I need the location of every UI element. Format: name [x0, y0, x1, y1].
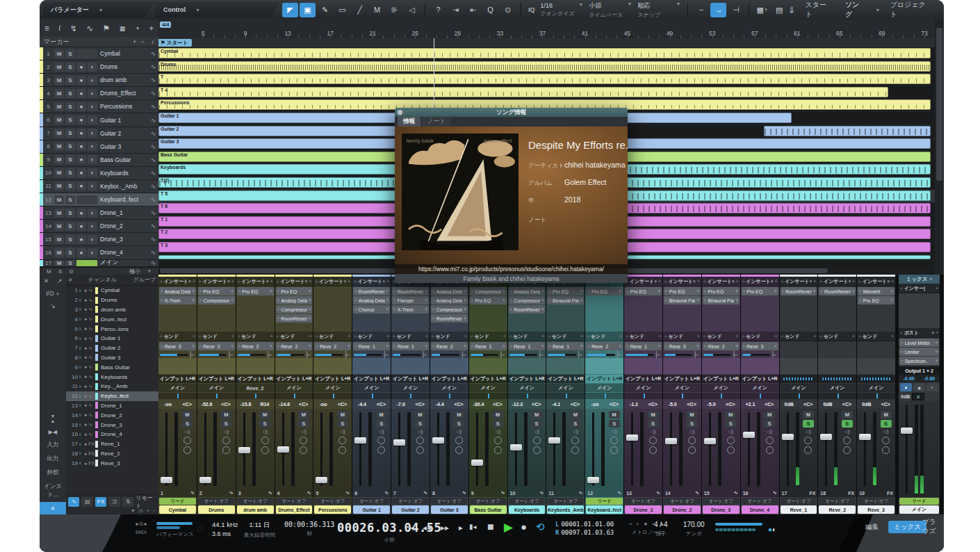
mixer-strip[interactable]: ○インサート▾ +○Compressor▾○Pro EQ▾○センド+○Reve_… [469, 275, 507, 514]
loop-button[interactable]: ⟲ [536, 521, 545, 533]
power-icon[interactable]: ○ [277, 334, 279, 339]
power-icon[interactable]: ○ [354, 334, 357, 339]
add-insert-button[interactable]: ▾ + [188, 279, 195, 284]
monitor-speaker-icon[interactable]: ◁) [534, 429, 539, 435]
power-icon[interactable]: ○ [277, 289, 280, 293]
inserts-header[interactable]: ○インサート▾ + [275, 277, 313, 286]
mute-button[interactable]: M [54, 49, 64, 58]
input-route[interactable]: インプット L+R [702, 375, 740, 383]
volume-value[interactable]: -15.8 [236, 402, 255, 407]
quantize-button[interactable]: Q [482, 3, 498, 17]
strip-name[interactable]: Cymbal [159, 505, 196, 514]
mute-button[interactable]: M [54, 235, 64, 244]
add-channel-button[interactable]: + [147, 508, 149, 514]
input-route[interactable] [818, 375, 856, 383]
add-insert-button[interactable]: ▾ + [383, 279, 390, 284]
output-route[interactable]: メイン [741, 384, 779, 392]
send-level-track[interactable] [471, 354, 499, 356]
output-route[interactable]: メイン [857, 384, 895, 392]
automation-icon[interactable]: ∿ [149, 260, 158, 267]
monitor-speaker-icon[interactable]: ◁) [806, 429, 811, 435]
global-solo-button[interactable]: S [58, 268, 62, 275]
insert-slot[interactable]: ○Flanger▾ [392, 296, 429, 305]
fader[interactable] [510, 411, 522, 487]
insert-slot[interactable]: ○X-Trem▾ [392, 305, 429, 314]
music-note-icon[interactable]: ♪ [152, 38, 155, 45]
mono-button[interactable]: ▲ [900, 383, 912, 391]
solo-button[interactable]: S [259, 420, 270, 428]
add-insert-button[interactable]: ▾ + [771, 279, 778, 284]
close-icon[interactable]: ✕ [44, 277, 49, 284]
arrow-tool[interactable]: ◤ [282, 3, 298, 17]
strip-name[interactable]: Drone_2 [664, 505, 701, 514]
send-level-track[interactable] [393, 354, 421, 356]
mute-button[interactable]: M [54, 129, 64, 138]
strip-name[interactable]: drum amb [237, 505, 274, 514]
fader-handle[interactable] [432, 437, 444, 444]
monitor-button[interactable]: ◐ [88, 129, 97, 138]
gain-knob[interactable] [649, 446, 657, 454]
clip[interactable]: Drums [158, 61, 931, 72]
pan-control[interactable] [857, 393, 895, 399]
monitor-speaker-icon[interactable]: ◁) [844, 429, 850, 435]
solo-button[interactable]: S [376, 420, 387, 428]
mute-tool[interactable]: M [369, 3, 385, 17]
power-icon[interactable]: ○ [742, 279, 745, 284]
clip[interactable] [612, 164, 931, 174]
gain-knob[interactable] [571, 446, 579, 454]
page-start-button[interactable]: スタート [802, 0, 835, 22]
tab-note[interactable]: ノート [422, 117, 451, 127]
send-level-track[interactable] [432, 354, 460, 356]
pan-control[interactable] [236, 393, 275, 399]
fader-handle[interactable] [782, 434, 794, 440]
mute-button[interactable]: M [54, 222, 64, 231]
album-value[interactable]: Golem Effect [564, 178, 607, 186]
solo-button[interactable]: S [65, 222, 75, 231]
solo-button[interactable]: S [881, 420, 892, 428]
record-arm-button[interactable]: ● [76, 115, 86, 124]
record-arm-button[interactable]: ● [76, 181, 86, 190]
bend-tool[interactable]: ⊪ [386, 3, 402, 17]
power-icon[interactable]: ○ [626, 289, 629, 293]
gain-knob[interactable] [494, 446, 502, 454]
track-row[interactable]: 13MS●◐Drone_1∿ [40, 206, 158, 220]
add-insert-button[interactable]: ▾ + [344, 279, 351, 284]
mixer-strip[interactable]: ○インサート▾ +○RoomReverb▾○センド+メイン0dB<C>MS◁)1… [818, 275, 856, 514]
automation-icon[interactable]: ∿ [86, 24, 93, 33]
mute-button[interactable]: M [54, 142, 64, 151]
power-icon[interactable]: ○ [160, 279, 163, 284]
sends-header[interactable]: ○センド+ [275, 332, 313, 341]
clip[interactable]: T [158, 74, 931, 84]
cue-knob[interactable] [377, 437, 385, 444]
track-lane[interactable]: Cymbal [158, 47, 935, 60]
send-level-track[interactable] [238, 354, 266, 356]
power-icon[interactable]: ○ [199, 334, 202, 339]
power-icon[interactable]: ○ [819, 334, 822, 339]
power-icon[interactable]: ○ [199, 298, 202, 302]
snap-end-button[interactable]: ⊣ [728, 3, 744, 17]
mixer-strip[interactable]: ○インサート▾ +○Pro EQ▾○センド+○Reve_2▾⊦インプット L+R… [236, 275, 275, 514]
insert-slot[interactable]: ○Pro EQ▾ [742, 287, 778, 295]
browse-view-button[interactable]: ブラウズ [917, 521, 944, 533]
monitor-speaker-icon[interactable]: ◁) [612, 429, 617, 435]
sends-header[interactable]: ○センド+ [158, 332, 197, 341]
pan-value[interactable]: <C> [876, 402, 895, 407]
monitor-speaker-icon[interactable]: ◁) [689, 429, 695, 435]
sends-header[interactable]: ○センド+ [236, 332, 275, 341]
track-row[interactable]: 15MS●◐Drone_3∿ [40, 233, 158, 246]
remote-button[interactable]: リモート [136, 494, 156, 510]
monitor-speaker-icon[interactable]: ◁) [573, 429, 578, 435]
fader[interactable] [161, 411, 172, 487]
fader[interactable] [277, 411, 289, 487]
power-icon[interactable]: ○ [277, 279, 279, 284]
solo-button[interactable]: S [181, 420, 193, 428]
send-level[interactable]: ⊦ [430, 352, 468, 358]
pan-value[interactable]: <C> [760, 402, 778, 407]
track-row[interactable]: 12MSKeyboard..fect∿ [40, 193, 158, 206]
inserts-header[interactable]: ○インサート▾ + [663, 277, 701, 286]
chevron-down-icon[interactable]: ▼ [131, 508, 136, 514]
output-route[interactable]: メイン [818, 384, 856, 392]
master-fader[interactable] [901, 403, 913, 496]
post-slot[interactable]: ○Level Meter▾ [899, 339, 939, 347]
gain-knob[interactable] [610, 446, 618, 454]
